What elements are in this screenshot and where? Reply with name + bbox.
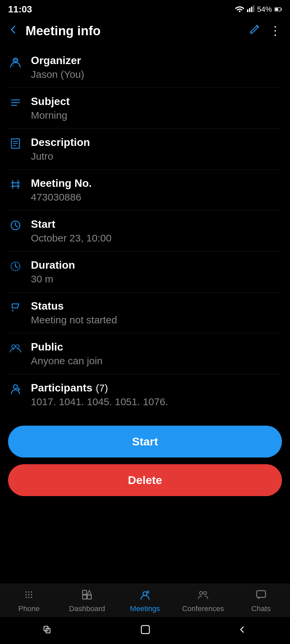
svg-rect-3 xyxy=(251,7,252,12)
android-back-button[interactable] xyxy=(237,625,247,637)
participants-label: Participants xyxy=(31,382,92,394)
participants-value: 1017. 1041. 1045. 1051. 1076. xyxy=(31,396,168,408)
svg-rect-41 xyxy=(83,590,87,594)
back-button[interactable] xyxy=(8,24,19,38)
nav-item-dashboard[interactable]: Dashboard xyxy=(58,589,116,613)
app-bar-right: ⋮ xyxy=(249,24,282,38)
svg-point-32 xyxy=(26,591,27,593)
status-icons: 54% xyxy=(235,5,282,14)
battery-text: 54% xyxy=(257,5,272,14)
meeting-no-icon xyxy=(8,178,23,193)
start-icon xyxy=(8,219,23,234)
nav-item-chats[interactable]: Chats xyxy=(232,589,290,613)
organizer-value: Jason (You) xyxy=(31,69,84,80)
start-row: Start October 23, 10:00 xyxy=(8,211,282,252)
nav-label-phone: Phone xyxy=(18,604,40,613)
public-text: Public Anyone can join xyxy=(31,341,103,367)
signal-icon xyxy=(247,5,254,14)
start-button[interactable]: Start xyxy=(8,426,282,458)
duration-row: Duration 30 m xyxy=(8,252,282,292)
action-buttons: Start Delete xyxy=(0,418,290,500)
public-value: Anyone can join xyxy=(31,355,103,367)
svg-rect-53 xyxy=(141,626,149,634)
duration-icon xyxy=(8,260,23,275)
svg-point-0 xyxy=(239,11,240,12)
duration-text: Duration 30 m xyxy=(31,259,75,285)
dashboard-icon xyxy=(82,589,92,602)
edit-button[interactable] xyxy=(249,24,260,38)
nav-item-phone[interactable]: Phone xyxy=(0,589,58,613)
status-icon xyxy=(8,301,23,316)
svg-point-36 xyxy=(28,594,30,595)
android-home-button[interactable] xyxy=(140,625,150,637)
organizer-row: Organizer Jason (You) xyxy=(8,47,282,88)
description-row: Description Jutro xyxy=(8,129,282,170)
svg-rect-43 xyxy=(87,595,91,599)
conferences-icon xyxy=(198,589,208,602)
organizer-icon xyxy=(8,56,23,70)
nav-label-meetings: Meetings xyxy=(130,604,160,613)
svg-point-35 xyxy=(26,594,27,595)
android-nav xyxy=(0,617,290,644)
description-text: Description Jutro xyxy=(31,136,90,162)
organizer-label: Organizer xyxy=(31,54,84,67)
svg-point-28 xyxy=(12,345,15,348)
description-icon xyxy=(8,138,23,152)
svg-point-33 xyxy=(28,591,30,593)
nav-label-dashboard: Dashboard xyxy=(69,604,105,613)
svg-point-37 xyxy=(31,594,32,595)
description-label: Description xyxy=(31,136,90,149)
subject-text: Subject Morning xyxy=(31,95,70,121)
meeting-no-row: Meeting No. 473030886 xyxy=(8,170,282,211)
svg-point-49 xyxy=(203,592,206,595)
participants-row: Participants (7) 1017. 1041. 1045. 1051.… xyxy=(8,374,282,415)
nav-item-meetings[interactable]: Meetings xyxy=(116,589,174,613)
delete-button[interactable]: Delete xyxy=(8,464,282,496)
public-icon xyxy=(8,342,23,357)
status-label: Status xyxy=(31,300,117,312)
app-bar-left: Meeting info xyxy=(8,24,101,38)
android-recent-button[interactable] xyxy=(43,625,53,637)
meetings-icon xyxy=(140,589,150,602)
subject-row: Subject Morning xyxy=(8,88,282,129)
organizer-text: Organizer Jason (You) xyxy=(31,54,84,80)
bottom-nav: Phone Dashboard Meetings xyxy=(0,584,290,617)
svg-rect-50 xyxy=(257,591,265,597)
start-label: Start xyxy=(31,218,111,230)
app-bar: Meeting info ⋮ xyxy=(0,17,290,44)
svg-line-23 xyxy=(15,225,17,227)
svg-point-29 xyxy=(16,345,19,348)
svg-point-40 xyxy=(31,597,32,598)
status-time: 11:03 xyxy=(8,4,32,15)
battery-icon xyxy=(275,5,282,14)
status-text: Status Meeting not started xyxy=(31,300,117,326)
public-label: Public xyxy=(31,341,103,353)
svg-point-38 xyxy=(26,597,27,598)
participants-count: (7) xyxy=(96,382,108,394)
svg-point-39 xyxy=(28,597,30,598)
start-value: October 23, 10:00 xyxy=(31,232,111,244)
meeting-no-value: 473030886 xyxy=(31,192,92,203)
subject-label: Subject xyxy=(31,95,70,108)
svg-rect-6 xyxy=(281,9,282,10)
svg-rect-42 xyxy=(83,595,87,599)
page-title: Meeting info xyxy=(26,24,101,38)
more-options-button[interactable]: ⋮ xyxy=(269,24,282,38)
svg-rect-7 xyxy=(275,8,278,11)
participants-text: Participants (7) 1017. 1041. 1045. 1051.… xyxy=(31,382,168,408)
svg-point-9 xyxy=(14,59,16,61)
svg-rect-4 xyxy=(253,5,254,12)
status-value: Meeting not started xyxy=(31,314,117,326)
status-bar: 11:03 54% xyxy=(0,0,290,17)
subject-value: Morning xyxy=(31,110,70,121)
nav-item-conferences[interactable]: Conferences xyxy=(174,589,232,613)
description-value: Jutro xyxy=(31,151,90,162)
svg-point-48 xyxy=(199,592,202,595)
duration-value: 30 m xyxy=(31,273,75,285)
svg-point-34 xyxy=(31,591,32,593)
meeting-info-content: Organizer Jason (You) Subject Morning xyxy=(0,44,290,418)
subject-icon xyxy=(8,97,23,111)
svg-rect-2 xyxy=(249,8,250,12)
svg-line-26 xyxy=(15,266,17,268)
participants-icon xyxy=(8,383,23,398)
